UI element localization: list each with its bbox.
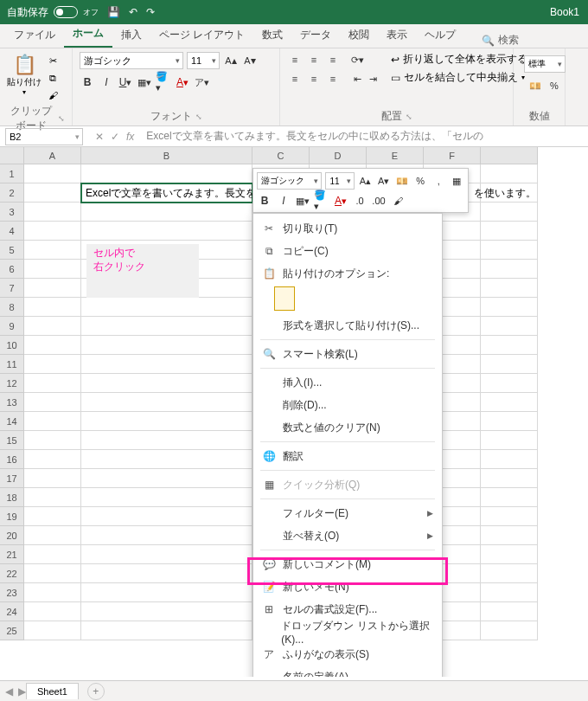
row-head[interactable]: 12 — [0, 374, 24, 393]
sheet-nav-prev-icon[interactable]: ◀ — [5, 685, 13, 698]
row-head[interactable]: 22 — [0, 564, 24, 583]
row-head[interactable]: 14 — [0, 412, 24, 431]
mt-inc-decimal-icon[interactable]: .00 — [371, 193, 387, 209]
tab-help[interactable]: ヘルプ — [416, 23, 464, 48]
mt-currency-icon[interactable]: 💴 — [394, 173, 409, 189]
merge-center-button[interactable]: ▭セルを結合して中央揃え▾ — [391, 70, 527, 85]
menu-define-name[interactable]: 名前の定義(A)... — [253, 666, 442, 677]
row-head[interactable]: 8 — [0, 298, 24, 317]
mt-size-select[interactable]: 11 — [325, 172, 354, 190]
menu-filter[interactable]: フィルター(E)▶ — [253, 502, 442, 524]
name-box[interactable]: B2 — [5, 128, 83, 145]
copy-icon[interactable]: ⧉ — [45, 71, 61, 85]
formula-bar[interactable]: Excelで文章を書いてみます。長文をセルの中に収める方法は、「セルの — [141, 129, 588, 144]
menu-insert[interactable]: 挿入(I)... — [253, 371, 442, 394]
tab-pagelayout[interactable]: ページ レイアウト — [150, 23, 253, 48]
tab-view[interactable]: 表示 — [378, 23, 416, 48]
menu-paste-special[interactable]: 形式を選択して貼り付け(S)... — [253, 314, 442, 337]
phonetic-icon[interactable]: ア▾ — [194, 74, 209, 90]
menu-translate[interactable]: 🌐翻訳 — [253, 445, 442, 467]
row-head[interactable]: 6 — [0, 260, 24, 279]
mt-increase-font-icon[interactable]: A▴ — [358, 173, 373, 189]
row-head[interactable]: 19 — [0, 507, 24, 526]
italic-icon[interactable]: I — [99, 74, 114, 90]
mt-italic-icon[interactable]: I — [276, 193, 291, 209]
sheet-tab[interactable]: Sheet1 — [26, 683, 79, 699]
row-head[interactable]: 20 — [0, 526, 24, 545]
number-format-select[interactable]: 標準 — [524, 55, 566, 73]
sheet-nav-next-icon[interactable]: ▶ — [18, 685, 26, 698]
mt-decrease-font-icon[interactable]: A▾ — [376, 173, 391, 189]
worksheet[interactable]: A B C D E F 1234567891011121314151617181… — [0, 147, 588, 677]
align-top-icon[interactable]: ≡ — [287, 52, 303, 68]
row-head[interactable]: 9 — [0, 317, 24, 336]
col-head-g[interactable] — [481, 147, 538, 164]
tab-insert[interactable]: 挿入 — [112, 23, 150, 48]
font-name-select[interactable]: 游ゴシック — [80, 52, 183, 69]
increase-font-icon[interactable]: A▴ — [223, 53, 239, 68]
row-head[interactable]: 5 — [0, 241, 24, 260]
dialog-launcher-icon[interactable]: ⤡ — [195, 113, 202, 121]
paste-option-button[interactable] — [274, 286, 295, 311]
row-head[interactable]: 4 — [0, 222, 24, 241]
save-icon[interactable]: 💾 — [107, 6, 120, 18]
tab-data[interactable]: データ — [291, 23, 340, 48]
percent-icon[interactable]: % — [546, 78, 562, 93]
col-head-a[interactable]: A — [24, 147, 81, 164]
tab-home[interactable]: ホーム — [64, 21, 112, 48]
col-head-c[interactable]: C — [252, 147, 310, 164]
decrease-indent-icon[interactable]: ⇤ — [349, 71, 365, 87]
menu-new-comment[interactable]: 💬新しいコメント(M) — [253, 553, 442, 576]
row-head[interactable]: 25 — [0, 621, 24, 640]
redo-icon[interactable]: ↷ — [146, 6, 155, 18]
tab-file[interactable]: ファイル — [5, 23, 64, 48]
undo-icon[interactable]: ↶ — [129, 6, 137, 18]
menu-dropdown-list[interactable]: ドロップダウン リストから選択(K)... — [253, 621, 442, 643]
cut-icon[interactable]: ✂ — [45, 54, 61, 68]
mt-percent-icon[interactable]: % — [412, 173, 427, 189]
col-head-f[interactable]: F — [424, 147, 481, 164]
menu-furigana[interactable]: アふりがなの表示(S) — [253, 643, 442, 666]
row-head[interactable]: 17 — [0, 469, 24, 488]
align-left-icon[interactable]: ≡ — [287, 71, 303, 87]
menu-sort[interactable]: 並べ替え(O)▶ — [253, 524, 442, 547]
orientation-icon[interactable]: ⟳▾ — [349, 52, 365, 68]
menu-delete[interactable]: 削除(D)... — [253, 394, 442, 416]
row-head[interactable]: 21 — [0, 545, 24, 564]
row-head[interactable]: 23 — [0, 583, 24, 602]
mt-format-painter-icon[interactable]: 🖌 — [390, 193, 406, 209]
wrap-text-button[interactable]: ↩折り返して全体を表示する — [391, 52, 527, 67]
cancel-icon[interactable]: ✕ — [95, 131, 104, 143]
mt-fontcolor-icon[interactable]: A▾ — [333, 193, 348, 209]
col-head-d[interactable]: D — [310, 147, 367, 164]
menu-copy[interactable]: ⧉コピー(C) — [253, 240, 442, 262]
col-head-e[interactable]: E — [367, 147, 424, 164]
mt-fill-icon[interactable]: 🪣▾ — [314, 193, 329, 209]
border-icon[interactable]: ▦▾ — [137, 74, 152, 90]
toggle-switch[interactable] — [54, 6, 78, 18]
row-head[interactable]: 1 — [0, 164, 24, 183]
menu-cut[interactable]: ✂切り取り(T) — [253, 217, 442, 240]
menu-format-cells[interactable]: ⊞セルの書式設定(F)... — [253, 598, 442, 621]
mt-comma-icon[interactable]: , — [431, 173, 446, 189]
row-head[interactable]: 7 — [0, 279, 24, 298]
decrease-font-icon[interactable]: A▾ — [242, 53, 258, 68]
enter-icon[interactable]: ✓ — [111, 131, 119, 143]
mt-font-select[interactable]: 游ゴシック — [257, 172, 322, 190]
row-head[interactable]: 16 — [0, 450, 24, 469]
align-middle-icon[interactable]: ≡ — [306, 52, 322, 68]
row-head[interactable]: 3 — [0, 203, 24, 222]
increase-indent-icon[interactable]: ⇥ — [365, 71, 380, 87]
mt-cells-icon[interactable]: ▦ — [450, 173, 464, 189]
row-head[interactable]: 10 — [0, 336, 24, 355]
currency-icon[interactable]: 💴 — [527, 78, 543, 93]
fx-icon[interactable]: fx — [126, 131, 134, 143]
mt-border-icon[interactable]: ▦▾ — [295, 193, 310, 209]
col-head-b[interactable]: B — [81, 147, 252, 164]
bold-icon[interactable]: B — [80, 74, 95, 90]
dialog-launcher-icon[interactable]: ⤡ — [406, 113, 412, 121]
menu-smart-lookup[interactable]: 🔍スマート検索(L) — [253, 343, 442, 365]
font-size-select[interactable]: 11 — [187, 52, 220, 69]
align-center-icon[interactable]: ≡ — [306, 71, 322, 87]
search-box[interactable]: 🔍 検索 — [482, 33, 519, 48]
